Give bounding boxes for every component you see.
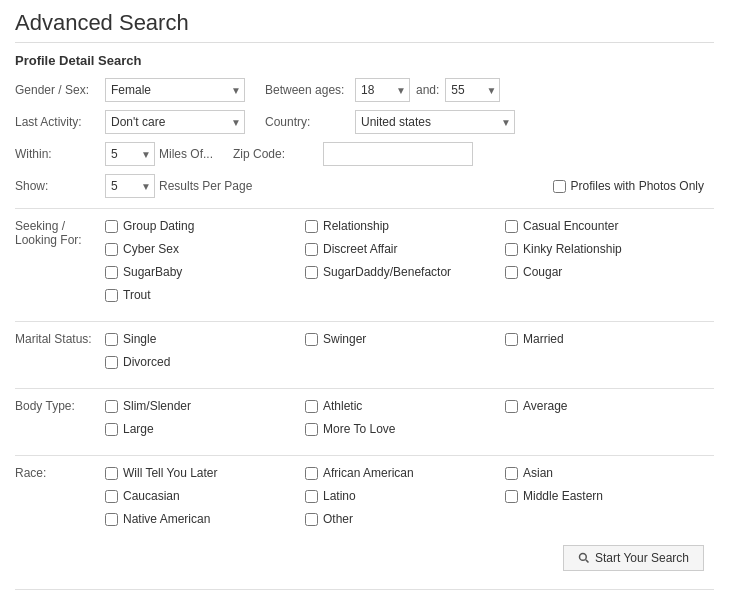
discreet-affair-checkbox[interactable] [305,243,318,256]
marital-status-row: Marital Status: Single Swinger Married D… [15,332,714,378]
list-item[interactable]: Married [505,332,705,346]
between-ages-group: 1819202530 ▼ and: 55606570 ▼ [355,78,500,102]
list-item[interactable]: Trout [105,288,305,302]
divider-1 [15,208,714,209]
zip-code-input[interactable] [323,142,473,166]
sugardaddy-checkbox[interactable] [305,266,318,279]
list-item[interactable]: Caucasian [105,489,305,503]
middle-eastern-checkbox[interactable] [505,490,518,503]
seeking-label: Seeking / Looking For: [15,219,105,311]
cougar-checkbox[interactable] [505,266,518,279]
married-checkbox[interactable] [505,333,518,346]
list-item[interactable]: Will Tell You Later [105,466,305,480]
african-american-checkbox[interactable] [305,467,318,480]
profile-detail-search-section: Profile Detail Search Gender / Sex: Fema… [15,53,714,571]
within-label: Within: [15,147,105,161]
list-item[interactable]: Kinky Relationship [505,242,705,256]
show-label: Show: [15,179,105,193]
last-activity-select[interactable]: Don't careTodayThis weekThis month [105,110,245,134]
body-type-row-0: Slim/Slender Athletic Average [105,399,705,418]
race-row-0: Will Tell You Later African American Asi… [105,466,705,485]
group-dating-checkbox[interactable] [105,220,118,233]
list-item[interactable]: Divorced [105,355,305,369]
photos-only-text: Profiles with Photos Only [571,179,704,193]
list-item[interactable]: Asian [505,466,705,480]
within-row: Within: 51015202550100 ▼ Miles Of... Zip… [15,142,714,166]
native-american-checkbox[interactable] [105,513,118,526]
list-item[interactable]: Other [305,512,505,526]
divider-3 [15,388,714,389]
race-row-2: Native American Other [105,512,705,531]
list-item[interactable]: Relationship [305,219,505,233]
large-checkbox[interactable] [105,423,118,436]
single-checkbox[interactable] [105,333,118,346]
caucasian-checkbox[interactable] [105,490,118,503]
svg-point-0 [579,554,586,561]
age-from-select[interactable]: 1819202530 [355,78,410,102]
miles-label: Miles Of... [159,147,213,161]
list-item[interactable]: Discreet Affair [305,242,505,256]
start-search-button[interactable]: Start Your Search [563,545,704,571]
body-type-options: Slim/Slender Athletic Average Large More… [105,399,705,445]
age-from-wrapper: 1819202530 ▼ [355,78,410,102]
within-select[interactable]: 51015202550100 [105,142,155,166]
divorced-checkbox[interactable] [105,356,118,369]
country-wrapper: United statesCanadaUKAustralia ▼ [355,110,515,134]
list-item[interactable]: Cyber Sex [105,242,305,256]
photos-only-checkbox[interactable] [553,180,566,193]
relationship-checkbox[interactable] [305,220,318,233]
list-item[interactable]: Middle Eastern [505,489,705,503]
age-to-select[interactable]: 55606570 [445,78,500,102]
casual-encounter-checkbox[interactable] [505,220,518,233]
slim-checkbox[interactable] [105,400,118,413]
list-item[interactable]: More To Love [305,422,505,436]
list-item[interactable]: Casual Encounter [505,219,705,233]
seeking-row-1: Cyber Sex Discreet Affair Kinky Relation… [105,242,705,261]
race-options: Will Tell You Later African American Asi… [105,466,705,535]
list-item[interactable]: Large [105,422,305,436]
seeking-row-2: SugarBaby SugarDaddy/Benefactor Cougar [105,265,705,284]
cyber-sex-checkbox[interactable] [105,243,118,256]
show-select[interactable]: 51015202550 [105,174,155,198]
latino-checkbox[interactable] [305,490,318,503]
search-btn-row: Start Your Search [15,545,714,571]
race-label: Race: [15,466,105,535]
asian-checkbox[interactable] [505,467,518,480]
country-select[interactable]: United statesCanadaUKAustralia [355,110,515,134]
gender-select-wrapper: Female Male Any ▼ [105,78,245,102]
gender-select[interactable]: Female Male Any [105,78,245,102]
marital-row-0: Single Swinger Married [105,332,705,351]
search-icon [578,552,590,564]
list-item[interactable]: Latino [305,489,505,503]
will-tell-later-checkbox[interactable] [105,467,118,480]
list-item[interactable]: Athletic [305,399,505,413]
list-item[interactable]: Swinger [305,332,505,346]
list-item[interactable]: Single [105,332,305,346]
athletic-checkbox[interactable] [305,400,318,413]
list-item[interactable]: Group Dating [105,219,305,233]
gender-row: Gender / Sex: Female Male Any ▼ Between … [15,78,714,102]
kinky-relationship-checkbox[interactable] [505,243,518,256]
photos-only-label[interactable]: Profiles with Photos Only [553,179,704,193]
swinger-checkbox[interactable] [305,333,318,346]
more-to-love-checkbox[interactable] [305,423,318,436]
list-item[interactable]: African American [305,466,505,480]
last-activity-row: Last Activity: Don't careTodayThis weekT… [15,110,714,134]
gender-label: Gender / Sex: [15,83,105,97]
list-item[interactable]: SugarBaby [105,265,305,279]
trout-checkbox[interactable] [105,289,118,302]
sugarbaby-checkbox[interactable] [105,266,118,279]
svg-line-1 [586,560,589,563]
race-row: Race: Will Tell You Later African Americ… [15,466,714,535]
other-checkbox[interactable] [305,513,318,526]
start-search-label: Start Your Search [595,551,689,565]
list-item[interactable]: SugarDaddy/Benefactor [305,265,505,279]
results-label: Results Per Page [159,179,252,193]
show-row: Show: 51015202550 ▼ Results Per Page Pro… [15,174,714,198]
list-item[interactable]: Average [505,399,705,413]
list-item[interactable]: Slim/Slender [105,399,305,413]
list-item[interactable]: Cougar [505,265,705,279]
average-checkbox[interactable] [505,400,518,413]
divider-main [15,589,714,590]
list-item[interactable]: Native American [105,512,305,526]
